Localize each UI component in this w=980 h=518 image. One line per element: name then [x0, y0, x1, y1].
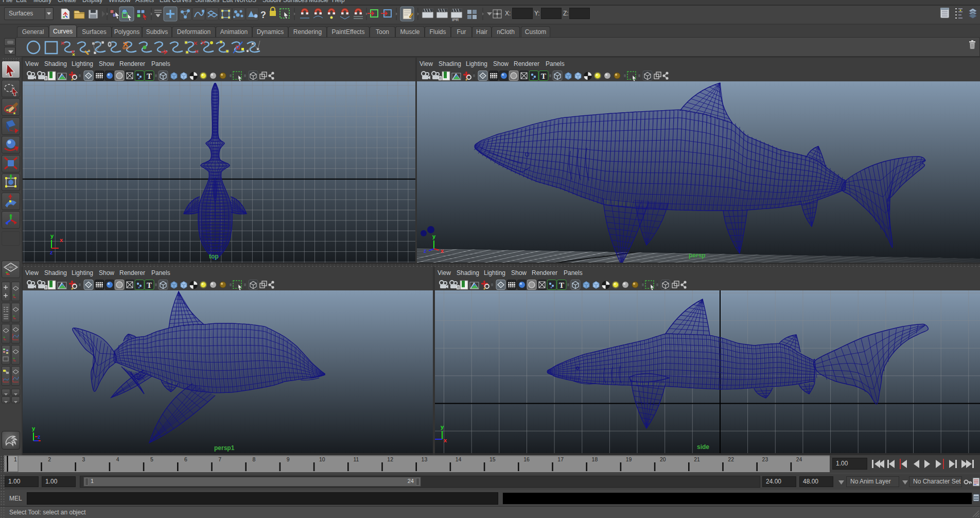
svg-text:y: y — [32, 425, 36, 431]
svg-text:T: T — [147, 281, 152, 289]
svg-text:z: z — [50, 249, 53, 255]
svg-text:21: 21 — [694, 456, 700, 462]
svg-text:7: 7 — [218, 456, 221, 462]
svg-text:5: 5 — [150, 456, 153, 462]
svg-text:persp: persp — [689, 252, 706, 259]
svg-text:23: 23 — [762, 456, 768, 462]
svg-text:top: top — [209, 253, 219, 260]
svg-text:10: 10 — [319, 456, 325, 462]
svg-text:IPR: IPR — [452, 18, 459, 22]
svg-text:6: 6 — [184, 456, 187, 462]
svg-text:22: 22 — [728, 456, 734, 462]
svg-text:y: y — [432, 233, 436, 239]
svg-text:19: 19 — [626, 456, 632, 462]
svg-text:16: 16 — [523, 456, 530, 462]
svg-text:x: x — [60, 237, 63, 243]
svg-text:x: x — [444, 437, 447, 443]
svg-text:?: ? — [260, 10, 266, 20]
svg-text:1: 1 — [14, 456, 17, 462]
svg-text:T: T — [541, 72, 546, 80]
svg-text:z: z — [38, 434, 41, 440]
svg-text:x: x — [441, 248, 444, 254]
svg-text:12: 12 — [387, 456, 393, 462]
svg-text:persp1: persp1 — [214, 444, 235, 452]
svg-text:y: y — [441, 424, 444, 430]
svg-text:T: T — [559, 281, 564, 289]
svg-text:3: 3 — [82, 456, 85, 462]
svg-text:4: 4 — [116, 456, 119, 462]
svg-text:18: 18 — [592, 456, 598, 462]
svg-text:20: 20 — [660, 456, 666, 462]
svg-text:z: z — [424, 248, 427, 254]
svg-text:y: y — [50, 233, 54, 239]
svg-text:11: 11 — [354, 456, 359, 462]
svg-text:14: 14 — [456, 456, 462, 462]
svg-text:15: 15 — [489, 456, 496, 462]
svg-text:side: side — [697, 443, 709, 451]
svg-text:13: 13 — [422, 456, 428, 462]
svg-text:2: 2 — [48, 456, 51, 462]
svg-text:9: 9 — [287, 456, 290, 462]
svg-text:24: 24 — [796, 456, 802, 462]
svg-text:T: T — [147, 72, 152, 80]
svg-text:8: 8 — [252, 456, 255, 462]
svg-text:17: 17 — [557, 456, 564, 462]
